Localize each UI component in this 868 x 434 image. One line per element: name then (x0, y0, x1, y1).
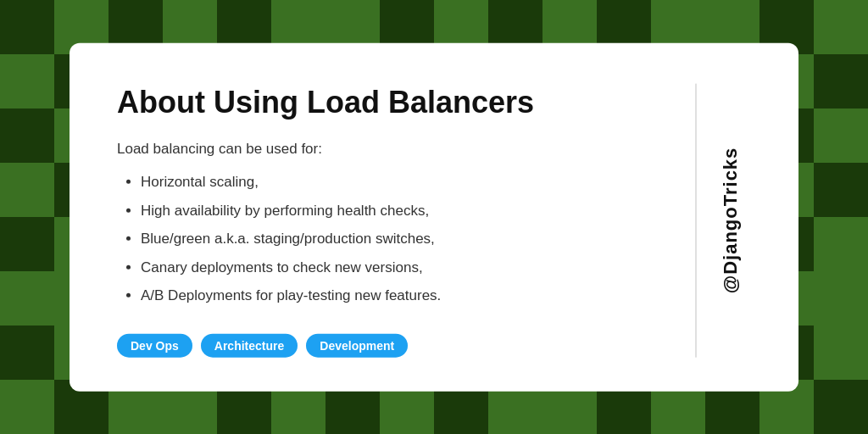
card: About Using Load Balancers Load balancin… (70, 43, 798, 392)
grid-cell (814, 326, 868, 380)
list-item: High availability by performing health c… (141, 199, 675, 221)
tag-development[interactable]: Development (306, 333, 408, 357)
grid-cell (0, 326, 54, 380)
list-item: Horizontal scaling, (141, 171, 675, 193)
tag-dev-ops[interactable]: Dev Ops (117, 333, 192, 357)
card-title: About Using Load Balancers (117, 84, 675, 120)
list-item: Blue/green a.k.a. staging/production swi… (141, 228, 675, 250)
card-list: Horizontal scaling,High availability by … (117, 171, 675, 307)
grid-cell (0, 54, 54, 108)
grid-cell (0, 271, 54, 326)
grid-cell (0, 0, 54, 54)
grid-cell (0, 108, 54, 163)
divider (695, 84, 697, 358)
card-sidebar: @DjangoTricks (710, 84, 751, 358)
sidebar-handle: @DjangoTricks (720, 147, 742, 294)
grid-cell (814, 54, 868, 108)
card-intro: Load balancing can be used for: (117, 141, 675, 158)
grid-cell (814, 0, 868, 54)
list-item: A/B Deployments for play-testing new fea… (141, 285, 675, 307)
grid-cell (0, 163, 54, 217)
grid-cell (0, 217, 54, 271)
tags-container: Dev OpsArchitectureDevelopment (117, 333, 675, 357)
grid-cell (814, 108, 868, 163)
grid-cell (0, 380, 54, 434)
tag-architecture[interactable]: Architecture (201, 333, 298, 357)
grid-cell (814, 380, 868, 434)
list-item: Canary deployments to check new versions… (141, 256, 675, 278)
card-content: About Using Load Balancers Load balancin… (117, 84, 675, 358)
grid-cell (814, 217, 868, 271)
grid-cell (814, 271, 868, 326)
grid-cell (814, 163, 868, 217)
